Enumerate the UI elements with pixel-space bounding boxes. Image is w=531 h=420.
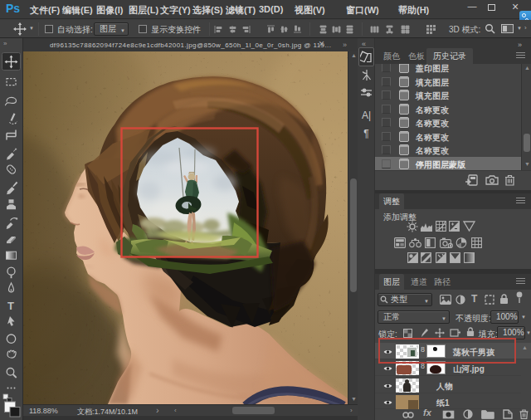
svg-text:T: T [7, 300, 14, 312]
